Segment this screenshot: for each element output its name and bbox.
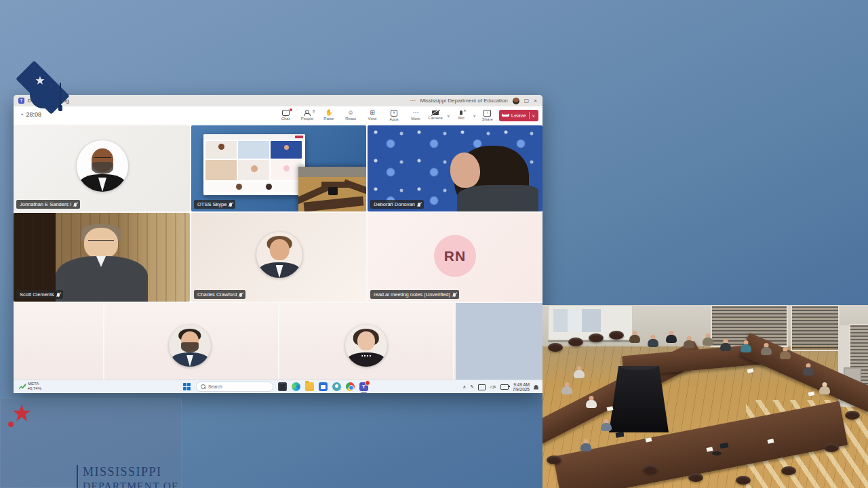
teams-badge <box>365 380 370 386</box>
notification-bell-icon[interactable] <box>534 385 538 390</box>
participant-tile-charles[interactable]: Charles Crawford <box>191 213 366 302</box>
people-button[interactable]: People 8 <box>298 108 316 123</box>
people-icon <box>304 110 311 116</box>
taskbar-app-teal[interactable] <box>332 382 341 391</box>
stock-symbol: META <box>28 382 41 386</box>
teams-taskbar-icon[interactable]: T <box>359 382 368 391</box>
close-window-button[interactable]: × <box>534 98 537 104</box>
taskbar-search-input[interactable]: Search <box>196 382 273 392</box>
view-button[interactable]: ⊞ View <box>363 108 381 123</box>
taskbar-stock-widget[interactable]: META ▾0.74% <box>19 382 41 391</box>
raise-hand-button[interactable]: ✋ Raise <box>320 108 338 123</box>
participant-name-label: read.ai meeting notes (Unverified) <box>370 290 459 299</box>
participant-tile-otss-skype-screenshare[interactable]: OTSS Skype <box>191 125 366 211</box>
leave-options-chevron[interactable]: ∨ <box>532 113 535 118</box>
logo-star-icon <box>12 404 31 423</box>
mic-off-icon <box>418 203 420 207</box>
participant-name-label: Jonnathan E Sanders I <box>16 200 80 209</box>
mic-options-chevron[interactable]: ∨ <box>473 113 475 118</box>
chat-icon <box>282 110 290 116</box>
mic-off-icon <box>229 203 232 207</box>
participant-name-label: Deborah Donovan <box>370 200 424 209</box>
participant-name-label: Charles Crawford <box>194 290 245 299</box>
timer-icon: ◔ <box>20 112 23 118</box>
tray-speaker-muted-icon[interactable]: ◁× <box>490 384 496 390</box>
participant-tile-scott[interactable]: Scott Clements <box>14 213 190 302</box>
view-icon: ⊞ <box>370 110 375 116</box>
camera-off-icon <box>432 110 439 115</box>
hangup-icon <box>502 115 509 117</box>
apps-button[interactable]: + Apps <box>385 108 403 123</box>
mic-off-icon <box>239 293 242 297</box>
logo-wordmark: MISSISSIPPI DEPARTMENT OF EDUCATION <box>83 465 178 488</box>
mic-off-icon <box>57 293 60 297</box>
camera-options-chevron[interactable]: ∨ <box>447 113 450 118</box>
windows-taskbar: META ▾0.74% Search T ∧ ✎ <box>14 380 542 393</box>
people-count: 8 <box>313 109 315 113</box>
titlebar-ellipsis[interactable]: ⋯ <box>410 98 415 104</box>
meeting-timer: ◔ 28:08 <box>20 111 41 118</box>
react-icon: ☺ <box>347 110 353 116</box>
stock-change: ▾0.74% <box>28 386 41 391</box>
more-icon: ⋯ <box>413 110 419 116</box>
tray-pen-icon[interactable]: ✎ <box>470 384 474 390</box>
camera-button[interactable]: Camera <box>427 108 444 123</box>
nested-skype-window <box>203 134 305 195</box>
search-icon <box>201 384 205 389</box>
rn-initials-avatar: RN <box>434 235 476 277</box>
mde-logo-block: MISSISSIPPI DEPARTMENT OF EDUCATION Ensu… <box>0 399 182 488</box>
participant-tile-deborah[interactable]: Deborah Donovan <box>368 125 542 211</box>
raise-hand-icon: ✋ <box>325 110 332 116</box>
account-avatar[interactable] <box>513 98 519 104</box>
react-button[interactable]: ☺ React <box>342 108 359 123</box>
participant-row-overflow <box>14 303 456 380</box>
draped-equipment-table <box>609 366 669 432</box>
stock-chart-icon <box>19 384 26 390</box>
participant-tile-avatar-male[interactable] <box>169 325 211 367</box>
tray-overflow-caret[interactable]: ∧ <box>462 384 466 390</box>
taskbar-app-dark[interactable] <box>278 382 287 391</box>
teams-app-icon: T <box>18 98 24 104</box>
logo-dot <box>8 422 14 427</box>
apps-icon: + <box>391 110 397 117</box>
broadcast-frame: T DSC (public) mtg ⋯ Mississippi Departm… <box>0 0 868 488</box>
mic-button[interactable]: Mic <box>452 108 470 123</box>
edge-browser-icon[interactable] <box>292 382 300 391</box>
stage-empty-area <box>456 303 542 380</box>
meeting-stage: Jonnathan E Sanders I <box>14 124 542 380</box>
start-button[interactable] <box>183 383 191 391</box>
mic-muted-icon <box>460 110 462 115</box>
participant-name-label: Scott Clements <box>16 290 63 299</box>
share-icon: ↑ <box>484 110 491 117</box>
org-name: Mississippi Department of Education <box>420 98 507 104</box>
participant-tile-readai-notes[interactable]: RN read.ai meeting notes (Unverified) <box>368 213 542 302</box>
tray-battery-icon[interactable] <box>500 384 509 390</box>
restore-window-button[interactable]: ▢ <box>524 98 530 104</box>
mic-off-icon <box>74 203 77 207</box>
participant-name-label: OTSS Skype <box>194 200 235 209</box>
mic-off-icon <box>453 293 456 297</box>
tray-cast-icon[interactable] <box>478 384 486 390</box>
file-explorer-icon[interactable] <box>305 382 314 391</box>
teams-meeting-window: T DSC (public) mtg ⋯ Mississippi Departm… <box>14 95 542 393</box>
taskbar-app-blue[interactable] <box>319 382 328 391</box>
participant-tile-jonnathan[interactable]: Jonnathan E Sanders I <box>14 125 190 211</box>
window-titlebar[interactable]: T DSC (public) mtg ⋯ Mississippi Departm… <box>14 95 542 106</box>
meeting-toolbar: ◔ 28:08 Chat People 8 ✋ Raise <box>14 106 542 125</box>
chat-notification-dot <box>290 108 292 111</box>
share-button[interactable]: ↑ Share <box>479 108 496 123</box>
more-button[interactable]: ⋯ More <box>407 108 425 123</box>
participant-tile-avatar-female[interactable] <box>345 325 387 367</box>
window-blinds <box>791 305 840 351</box>
leave-button[interactable]: Leave ∨ <box>499 110 538 121</box>
conference-room-camera-view <box>542 305 868 488</box>
chat-button[interactable]: Chat <box>277 108 294 123</box>
nested-room-camera <box>298 167 366 211</box>
chrome-browser-icon[interactable] <box>346 382 355 391</box>
taskbar-clock[interactable]: 9:49 AM 7/9/2025 <box>513 382 530 392</box>
